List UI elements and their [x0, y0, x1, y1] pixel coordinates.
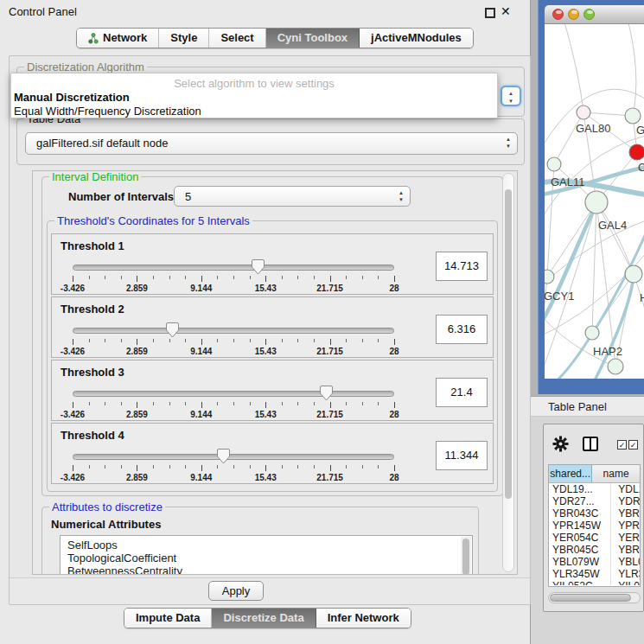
slider-track[interactable] — [73, 265, 394, 271]
network-node[interactable] — [625, 265, 642, 283]
tab-cyni-toolbox[interactable]: Cyni Toolbox — [266, 29, 360, 48]
table-row[interactable]: YBR045CYBR0 — [549, 544, 640, 556]
network-node[interactable] — [625, 108, 641, 124]
table-row[interactable]: YPR145WYPR1 — [549, 520, 640, 532]
gear-icon[interactable] — [552, 436, 569, 452]
algorithm-combo-arrow-button[interactable]: ▲ ▼ — [501, 86, 521, 106]
threshold-value-input[interactable]: 6.316 — [436, 315, 488, 344]
slider-thumb[interactable] — [320, 385, 333, 401]
network-edge-highlighted[interactable] — [545, 204, 596, 328]
network-edge[interactable] — [592, 202, 596, 333]
table-row[interactable]: YDR27...YDR2 — [549, 495, 640, 507]
table-row[interactable]: YIL052CYIL0 — [549, 580, 640, 585]
network-node-label: C — [638, 161, 644, 174]
vertical-scrollbar[interactable] — [502, 173, 514, 572]
network-window-titlebar[interactable] — [545, 5, 644, 24]
tab-label: Infer Network — [328, 609, 399, 628]
cell: YBR043C — [549, 507, 611, 520]
combo-hint-text: Select algorithm to view settings — [11, 77, 497, 90]
network-node[interactable] — [585, 191, 608, 214]
network-node[interactable] — [545, 270, 554, 284]
slider-thumb[interactable] — [252, 258, 265, 275]
column-header-shared-name[interactable]: shared... — [549, 465, 592, 482]
network-edge[interactable] — [596, 202, 634, 274]
table-row[interactable]: YER054CYER0 — [549, 532, 640, 544]
table-row[interactable]: YBR043CYBR0 — [549, 507, 640, 520]
mac-minimize-button[interactable] — [568, 9, 579, 20]
tab-network[interactable]: Network — [77, 29, 159, 48]
close-icon[interactable]: ✕ — [501, 4, 511, 18]
table-panel-titlebar[interactable]: Table Panel — [531, 396, 644, 417]
apply-button[interactable]: Apply — [208, 581, 264, 601]
tab-select[interactable]: Select — [209, 29, 265, 48]
mac-zoom-button[interactable] — [583, 9, 595, 20]
right-area: GAL80GACGAL11GAL4GCY1HHAP2 Table Panel ✓ — [531, 0, 644, 644]
network-node-label: GAL11 — [551, 175, 585, 188]
popup-item-manual-discretization[interactable]: Manual Discretization — [14, 91, 130, 104]
network-edge[interactable] — [554, 112, 583, 164]
cell: YBL079W — [549, 556, 611, 568]
threshold-value-input[interactable]: 14.713 — [436, 252, 488, 281]
threshold-slider: -3.4262.8599.14415.4321.71528 — [73, 257, 394, 295]
cell: YLR3 — [611, 568, 640, 580]
network-node[interactable] — [585, 326, 599, 340]
scrollbar-thumb[interactable] — [550, 594, 631, 602]
list-item[interactable]: SelfLoops — [61, 539, 472, 552]
columns-icon[interactable] — [583, 437, 598, 451]
slider-track[interactable] — [73, 454, 394, 460]
network-edge[interactable] — [564, 24, 583, 112]
network-node[interactable] — [629, 144, 644, 160]
tab-discretize-data[interactable]: Discretize Data — [212, 609, 316, 628]
popup-item-equal-width-frequency[interactable]: Equal Width/Frequency Discretization — [14, 105, 201, 118]
threshold-label: Threshold 1 — [61, 239, 124, 252]
network-edge[interactable] — [547, 202, 596, 277]
float-icon[interactable] — [485, 8, 495, 18]
checkbox-icon[interactable]: ✓ — [617, 440, 627, 450]
threshold-slider: -3.4262.8599.14415.4321.71528 — [73, 383, 394, 421]
network-node[interactable] — [608, 359, 623, 374]
node-table: shared... name YDL19...YDL1 YDR27...YDR2… — [548, 464, 641, 587]
mac-close-button[interactable] — [552, 9, 564, 20]
column-header-name[interactable]: name — [592, 465, 640, 482]
scrollbar-thumb[interactable] — [462, 539, 469, 575]
tab-jactivemnodules[interactable]: jActiveMNodules — [360, 29, 473, 48]
network-canvas[interactable]: GAL80GACGAL11GAL4GCY1HHAP2 — [545, 24, 644, 379]
threshold-value-input[interactable]: 21.4 — [436, 378, 488, 407]
table-row[interactable]: YLR345WYLR3 — [549, 568, 640, 580]
table-row[interactable]: YDL19...YDL1 — [549, 483, 640, 495]
group-title: Attributes to discretize — [49, 501, 165, 513]
threshold-label: Threshold 4 — [61, 429, 124, 442]
number-of-intervals-combo[interactable]: 5 ▲▼ — [174, 186, 411, 207]
table-panel-title: Table Panel — [548, 400, 607, 413]
threshold-slider: -3.4262.8599.14415.4321.71528 — [73, 446, 394, 484]
list-item[interactable]: BetweennessCentrality — [61, 564, 472, 575]
table-row[interactable]: YBL079WYBL0 — [549, 556, 640, 568]
threshold-value-input[interactable]: 11.344 — [436, 441, 488, 470]
slider-tick-labels: -3.4262.8599.14415.4321.71528 — [73, 284, 394, 294]
slider-thumb[interactable] — [217, 448, 230, 464]
list-scrollbar[interactable] — [461, 537, 471, 575]
tab-style[interactable]: Style — [159, 29, 209, 48]
checkbox-icon[interactable]: ✓ — [628, 440, 638, 450]
threshold-panel-1: Threshold 1 -3.4262.8599.14415.4321.7152… — [51, 233, 494, 295]
network-node[interactable] — [547, 157, 561, 171]
numerical-attributes-label: Numerical Attributes — [51, 518, 161, 531]
table-data-combo[interactable]: galFiltered.sif default node ▲▼ — [25, 132, 518, 155]
slider-thumb[interactable] — [166, 322, 179, 338]
network-node[interactable] — [577, 105, 590, 119]
horizontal-scrollbar[interactable] — [548, 592, 641, 603]
slider-track[interactable] — [73, 391, 394, 397]
network-edge[interactable] — [628, 24, 636, 116]
network-view-window: GAL80GACGAL11GAL4GCY1HHAP2 — [538, 0, 644, 394]
network-icon — [88, 33, 99, 44]
scrollbar-thumb[interactable] — [505, 189, 512, 499]
tab-infer-network[interactable]: Infer Network — [316, 609, 411, 628]
network-node-label: H — [640, 291, 644, 304]
bottom-tab-bar: Impute Data Discretize Data Infer Networ… — [124, 608, 411, 628]
tab-label: Style — [170, 29, 197, 48]
tab-impute-data[interactable]: Impute Data — [124, 609, 212, 628]
list-item[interactable]: TopologicalCoefficient — [61, 552, 472, 564]
network-node-label: GAL80 — [576, 122, 610, 135]
slider-track[interactable] — [73, 328, 394, 334]
table-body: YDL19...YDL1 YDR27...YDR2 YBR043CYBR0 YP… — [549, 483, 640, 585]
